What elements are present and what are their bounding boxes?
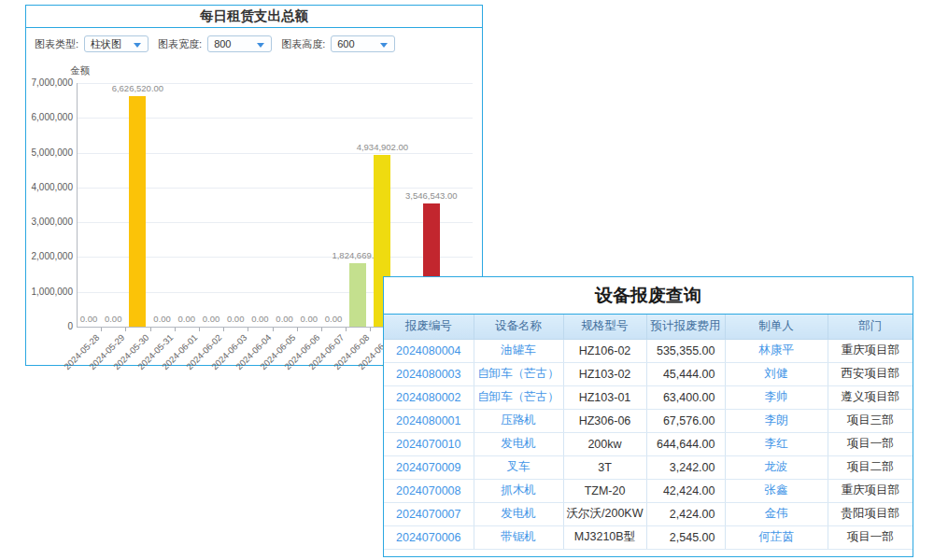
table-cell: 项目一部 bbox=[828, 432, 913, 455]
column-header: 报废编号 bbox=[384, 315, 474, 339]
bar-value-label: 4,934,902.00 bbox=[340, 142, 424, 152]
table-cell: 2,424.00 bbox=[646, 502, 725, 525]
scrap-panel-title: 设备报废查询 bbox=[384, 277, 913, 315]
chart-width-label: 图表宽度: bbox=[158, 37, 202, 51]
table-row: 2024070006带锯机MJ3210B型2,545.00何芷茵项目一部 bbox=[384, 525, 913, 549]
chart-height-select[interactable]: 600 bbox=[331, 35, 395, 52]
table-cell: TZM-20 bbox=[563, 479, 646, 502]
table-cell-link[interactable]: 李朗 bbox=[725, 409, 828, 432]
table-row: 2024080001压路机HZ306-0667,576.00李朗项目三部 bbox=[384, 409, 913, 432]
table-cell: 200kw bbox=[563, 432, 646, 455]
table-cell: HZ106-02 bbox=[563, 339, 646, 362]
table-cell-link[interactable]: 张鑫 bbox=[725, 479, 828, 502]
table-cell-link[interactable]: 自卸车（芒古） bbox=[474, 385, 563, 409]
table-cell: 3,242.00 bbox=[646, 455, 725, 479]
chart-type-select[interactable]: 柱状图 bbox=[84, 35, 149, 52]
table-cell-link[interactable]: 自卸车（芒古） bbox=[474, 362, 563, 385]
table-cell-link[interactable]: 2024070009 bbox=[384, 455, 474, 479]
bar-value-label: 3,546,543.00 bbox=[389, 190, 474, 201]
chart-height-value: 600 bbox=[337, 38, 354, 49]
table-cell: 644,644.00 bbox=[646, 432, 725, 455]
table-cell: 63,400.00 bbox=[646, 385, 725, 409]
table-cell-link[interactable]: 压路机 bbox=[474, 409, 563, 432]
table-row: 2024070007发电机沃尔沃/200KW2,424.00金伟贵阳项目部 bbox=[384, 502, 913, 525]
table-cell-link[interactable]: 龙波 bbox=[725, 455, 828, 479]
table-row: 2024070009叉车3T3,242.00龙波项目二部 bbox=[384, 455, 913, 479]
table-row: 2024080002自卸车（芒古）HZ103-0163,400.00李帅遵义项目… bbox=[384, 385, 913, 409]
y-axis-line bbox=[77, 83, 78, 327]
table-row: 2024070010发电机200kw644,644.00李红项目一部 bbox=[384, 432, 913, 455]
table-cell-link[interactable]: 刘健 bbox=[725, 362, 828, 385]
chart-controls: 图表类型: 柱状图 图表宽度: 800 图表高度: 600 bbox=[26, 34, 482, 54]
x-axis-tick bbox=[321, 328, 322, 331]
equipment-scrap-query-panel: 设备报废查询 报废编号设备名称规格型号预计报废费用制单人部门2024080004… bbox=[383, 276, 913, 557]
table-cell-link[interactable]: 林康平 bbox=[725, 339, 828, 362]
x-axis-tick bbox=[101, 328, 102, 331]
table-cell: 42,424.00 bbox=[646, 479, 725, 502]
table-cell: 项目三部 bbox=[828, 409, 913, 432]
chart-type-value: 柱状图 bbox=[91, 38, 121, 49]
table-cell-link[interactable]: 李红 bbox=[725, 432, 828, 455]
x-axis-tick bbox=[370, 328, 371, 331]
table-row: 2024080004油罐车HZ106-02535,355.00林康平重庆项目部 bbox=[384, 339, 913, 362]
chart-width-value: 800 bbox=[214, 38, 231, 49]
table-cell-link[interactable]: 抓木机 bbox=[474, 479, 563, 502]
table-cell: MJ3210B型 bbox=[563, 525, 646, 549]
table-cell-link[interactable]: 2024070007 bbox=[384, 502, 474, 525]
y-tick-label: 1,000,000 bbox=[28, 287, 73, 297]
table-cell: 535,355.00 bbox=[646, 339, 725, 362]
x-axis-tick bbox=[248, 328, 248, 331]
x-axis-tick bbox=[199, 328, 200, 331]
table-cell-link[interactable]: 叉车 bbox=[474, 455, 563, 479]
x-axis-tick bbox=[346, 328, 347, 331]
table-cell: 沃尔沃/200KW bbox=[563, 502, 646, 525]
table-cell: HZ103-01 bbox=[563, 385, 646, 409]
column-header: 制单人 bbox=[725, 315, 828, 339]
table-cell-link[interactable]: 金伟 bbox=[725, 502, 828, 525]
table-row: 2024080003自卸车（芒古）HZ103-0245,444.00刘健西安项目… bbox=[384, 362, 913, 385]
table-cell: 67,576.00 bbox=[646, 409, 725, 432]
x-axis-tick bbox=[297, 328, 298, 331]
table-cell: 3T bbox=[563, 455, 646, 479]
table-cell: HZ306-06 bbox=[563, 409, 646, 432]
chart-panel-title: 每日租赁支出总额 bbox=[26, 6, 482, 28]
y-tick-label: 3,000,000 bbox=[28, 217, 73, 227]
table-cell: 遵义项目部 bbox=[828, 385, 913, 409]
table-cell: 重庆项目部 bbox=[828, 339, 913, 362]
table-cell-link[interactable]: 2024080004 bbox=[384, 339, 474, 362]
table-cell: 45,444.00 bbox=[646, 362, 725, 385]
table-cell-link[interactable]: 李帅 bbox=[725, 385, 828, 409]
table-cell-link[interactable]: 2024070008 bbox=[384, 479, 474, 502]
table-cell-link[interactable]: 2024080001 bbox=[384, 409, 474, 432]
x-axis-tick bbox=[223, 328, 224, 331]
table-cell-link[interactable]: 2024080002 bbox=[384, 385, 474, 409]
y-tick-label: 2,000,000 bbox=[28, 251, 73, 261]
chart-type-label: 图表类型: bbox=[35, 37, 78, 51]
y-tick-label: 4,000,000 bbox=[28, 182, 73, 192]
y-axis-title: 金额 bbox=[70, 64, 90, 77]
chart-height-label: 图表高度: bbox=[281, 37, 325, 51]
table-cell: 2,545.00 bbox=[646, 525, 725, 549]
bar-value-label: 6,626,520.00 bbox=[95, 83, 179, 93]
table-cell-link[interactable]: 2024080003 bbox=[384, 362, 474, 385]
table-cell: 项目二部 bbox=[828, 455, 913, 479]
table-cell-link[interactable]: 发电机 bbox=[474, 432, 563, 455]
table-cell: HZ103-02 bbox=[563, 362, 646, 385]
table-cell: 贵阳项目部 bbox=[828, 502, 913, 525]
table-cell-link[interactable]: 油罐车 bbox=[474, 339, 563, 362]
table-cell-link[interactable]: 2024070006 bbox=[384, 525, 474, 549]
x-axis-tick bbox=[273, 328, 274, 331]
table-cell-link[interactable]: 发电机 bbox=[474, 502, 563, 525]
chart-bar[interactable] bbox=[129, 96, 146, 327]
chart-bar[interactable] bbox=[349, 263, 366, 327]
column-header: 部门 bbox=[828, 315, 913, 339]
table-cell-link[interactable]: 2024070010 bbox=[384, 432, 474, 455]
chevron-down-icon bbox=[134, 43, 141, 48]
column-header: 设备名称 bbox=[474, 315, 563, 339]
chart-width-select[interactable]: 800 bbox=[207, 35, 272, 52]
table-cell-link[interactable]: 带锯机 bbox=[474, 525, 563, 549]
table-cell-link[interactable]: 何芷茵 bbox=[725, 525, 828, 549]
table-row: 2024070008抓木机TZM-2042,424.00张鑫重庆项目部 bbox=[384, 479, 913, 502]
table-cell: 重庆项目部 bbox=[828, 479, 913, 502]
column-header: 预计报废费用 bbox=[646, 315, 725, 339]
